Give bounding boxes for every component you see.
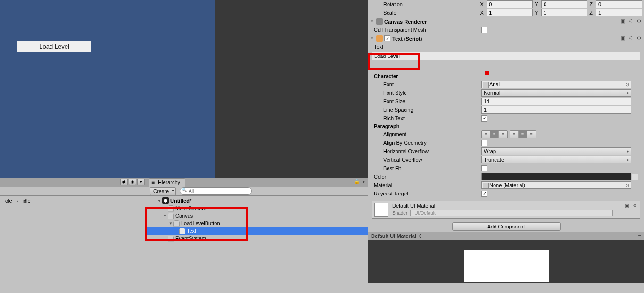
tree-scene[interactable]: ▼ Untitled* <box>147 197 368 204</box>
gear-icon[interactable]: ⚙ <box>636 18 642 25</box>
x-label: X <box>480 1 487 7</box>
scale-x-input[interactable] <box>487 9 533 16</box>
text-component-icon <box>376 35 383 42</box>
default-material-box[interactable]: Default UI Material Shader UI/Default ▣ … <box>372 201 640 219</box>
alignment-buttons: ≡ ≡ ≡ ≡ ≡ ≡ <box>481 130 536 138</box>
material-field[interactable]: None (Material) <box>481 181 631 189</box>
scale-y-input[interactable] <box>541 9 587 16</box>
status-b: idle <box>22 198 30 203</box>
material-title: Default UI Material <box>392 203 638 209</box>
preview-header[interactable]: Default UI Material ⇕ <box>368 232 644 240</box>
text-enable-checkbox[interactable]: ✓ <box>384 35 390 41</box>
z-label: Z <box>589 10 596 16</box>
expand-icon[interactable]: ▼ <box>157 199 162 203</box>
color-label: Color <box>374 174 481 179</box>
text-value-input[interactable] <box>372 52 640 60</box>
canvas-renderer-title: Canvas Renderer <box>384 19 619 24</box>
rotation-label: Rotation <box>374 1 480 7</box>
raycast-checkbox[interactable]: ✓ <box>481 191 487 197</box>
expand-icon[interactable]: ▼ <box>163 214 168 218</box>
align-right-button[interactable]: ≡ <box>499 131 507 138</box>
align-bottom-button[interactable]: ≡ <box>527 131 536 138</box>
material-thumbnail <box>374 203 388 217</box>
text-script-header[interactable]: ▼ ✓ Text (Script) ▣ ⚟ ⚙ <box>368 34 644 42</box>
canvas-renderer-header[interactable]: ▼ Canvas Renderer ▣ ⚟ ⚙ <box>368 17 644 25</box>
richtext-label: Rich Text <box>374 115 481 121</box>
gear-icon[interactable]: ⚙ <box>631 203 638 210</box>
hierarchy-tab[interactable]: Hierarchy <box>149 178 185 187</box>
tree-text-label: Text <box>187 228 196 234</box>
console-btn-3[interactable]: ▾ <box>137 179 145 185</box>
x-label: X <box>480 10 487 16</box>
help-icon[interactable]: ▣ <box>619 35 626 42</box>
gameobject-icon <box>179 228 185 234</box>
fontstyle-label: Font Style <box>374 90 481 96</box>
shader-dropdown[interactable]: UI/Default <box>410 210 613 216</box>
hierarchy-create-button[interactable]: Create <box>150 187 176 195</box>
gameobject-icon <box>168 236 174 242</box>
voverflow-dropdown[interactable]: Truncate <box>481 156 631 163</box>
tree-main-camera[interactable]: Main Camera <box>147 204 368 212</box>
color-field[interactable] <box>481 173 631 180</box>
console-tabrow: ⇄ ◉ ▾ <box>0 178 147 187</box>
tree-text[interactable]: Text <box>147 227 368 235</box>
hierarchy-menu-icon[interactable]: ▾ <box>363 179 365 184</box>
tree-maincamera-label: Main Camera <box>175 205 206 211</box>
tree-loadlevelbutton[interactable]: ▼ LoadLevelButton <box>147 220 368 227</box>
font-field[interactable]: Arial <box>481 81 631 88</box>
align-middle-button[interactable]: ≡ <box>519 131 527 138</box>
expand-icon[interactable]: ▼ <box>370 36 375 41</box>
align-left-button[interactable]: ≡ <box>482 131 490 138</box>
gameobject-icon <box>168 205 174 212</box>
help-icon[interactable]: ▣ <box>619 18 626 25</box>
linespacing-label: Line Spacing <box>374 107 481 113</box>
hoverflow-dropdown[interactable]: Wrap <box>481 147 631 155</box>
scene-view[interactable]: Load Level <box>0 0 215 178</box>
component-icon <box>376 18 383 25</box>
preview-material-square <box>464 250 549 282</box>
hierarchy-toolbar: Create <box>147 187 368 196</box>
fontstyle-dropdown[interactable]: Normal <box>481 89 631 97</box>
align-top-button[interactable]: ≡ <box>510 131 519 138</box>
bestfit-checkbox[interactable] <box>481 165 487 171</box>
preview-pin-icon[interactable]: ⇕ <box>418 233 422 239</box>
preset-icon[interactable]: ⚟ <box>627 35 634 42</box>
expand-icon[interactable]: ▼ <box>370 19 375 24</box>
add-component-button[interactable]: Add Component <box>452 222 561 231</box>
tree-canvas[interactable]: ▼ Canvas <box>147 212 368 220</box>
expand-icon[interactable]: ▼ <box>169 221 173 226</box>
scale-z-input[interactable] <box>596 9 642 16</box>
fontsize-input[interactable] <box>481 98 631 105</box>
y-label: Y <box>535 10 541 16</box>
paragraph-header: Paragraph <box>368 122 644 130</box>
gear-icon[interactable]: ⚙ <box>636 35 642 42</box>
align-center-button[interactable]: ≡ <box>490 131 499 138</box>
scene-load-button[interactable]: Load Level <box>17 41 91 52</box>
cull-checkbox[interactable] <box>481 27 487 33</box>
rotation-z-input[interactable] <box>596 0 642 8</box>
tree-eventsystem[interactable]: EventSystem <box>147 235 368 242</box>
console-btn-2[interactable]: ◉ <box>129 179 136 185</box>
tree-loadbtn-label: LoadLevelButton <box>181 220 220 226</box>
preset-icon[interactable]: ⚟ <box>627 18 634 25</box>
scene-view-dark[interactable] <box>215 0 368 178</box>
fontsize-label: Font Size <box>374 98 481 104</box>
hierarchy-panel: Hierarchy 🔒 ▾ Create ▼ Untitled* Main Ca… <box>147 178 368 293</box>
tree-events-label: EventSystem <box>175 236 206 241</box>
text-script-title: Text (Script) <box>392 36 619 41</box>
console-panel: ⇄ ◉ ▾ ole › idle <box>0 178 147 293</box>
shader-label: Shader <box>392 211 407 216</box>
raycast-label: Raycast Target <box>374 191 481 196</box>
rotation-x-input[interactable] <box>487 0 533 8</box>
richtext-checkbox[interactable]: ✓ <box>481 115 487 122</box>
linespacing-input[interactable] <box>481 106 631 114</box>
preview-body <box>368 240 644 283</box>
hierarchy-search-input[interactable] <box>180 187 252 195</box>
status-sep: › <box>17 198 18 203</box>
rotation-y-input[interactable] <box>541 0 587 8</box>
aligngeom-checkbox[interactable] <box>481 140 487 146</box>
console-btn-1[interactable]: ⇄ <box>120 179 128 185</box>
hierarchy-lock-icon[interactable]: 🔒 <box>354 179 360 184</box>
help-icon[interactable]: ▣ <box>623 203 630 210</box>
preview-title: Default UI Material <box>371 233 416 239</box>
